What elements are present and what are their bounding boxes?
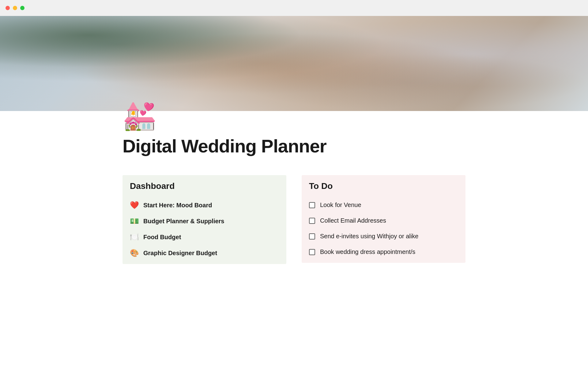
- todo-item-venue: Look for Venue: [309, 197, 458, 213]
- columns-layout: Dashboard ❤️ Start Here: Mood Board 💵 Bu…: [123, 175, 466, 264]
- page-title: Digital Wedding Planner: [123, 136, 466, 157]
- graphic-designer-icon: 🎨: [130, 249, 139, 257]
- todo-label-dress: Book wedding dress appointment/s: [320, 248, 415, 255]
- todo-label-invites: Send e-invites using Withjoy or alike: [320, 233, 418, 240]
- todo-heading: To Do: [309, 181, 458, 191]
- todo-item-dress: Book wedding dress appointment/s: [309, 244, 458, 260]
- dashboard-item-mood-board[interactable]: ❤️ Start Here: Mood Board: [130, 197, 279, 213]
- hero-image: [0, 16, 588, 111]
- budget-planner-icon: 💵: [130, 217, 139, 225]
- dashboard-item-budget-planner[interactable]: 💵 Budget Planner & Suppliers: [130, 213, 279, 229]
- dashboard-item-graphic-designer[interactable]: 🎨 Graphic Designer Budget: [130, 245, 279, 261]
- mood-board-icon: ❤️: [130, 201, 139, 209]
- page-icon: 💒: [123, 102, 466, 129]
- todo-checkbox-venue[interactable]: [309, 202, 315, 208]
- todo-item-invites: Send e-invites using Withjoy or alike: [309, 228, 458, 244]
- todo-checkbox-dress[interactable]: [309, 249, 315, 255]
- todo-section: To Do Look for Venue Collect Email Addre…: [302, 175, 466, 263]
- minimize-button[interactable]: [13, 6, 17, 10]
- food-budget-label: Food Budget: [143, 234, 181, 241]
- graphic-designer-label: Graphic Designer Budget: [143, 250, 217, 257]
- todo-checkbox-emails[interactable]: [309, 218, 315, 224]
- dashboard-section: Dashboard ❤️ Start Here: Mood Board 💵 Bu…: [123, 175, 286, 264]
- close-button[interactable]: [6, 6, 10, 10]
- todo-label-emails: Collect Email Addresses: [320, 217, 386, 224]
- budget-planner-label: Budget Planner & Suppliers: [143, 218, 224, 225]
- mood-board-label: Start Here: Mood Board: [143, 202, 212, 209]
- todo-item-emails: Collect Email Addresses: [309, 213, 458, 228]
- maximize-button[interactable]: [20, 6, 24, 10]
- dashboard-heading: Dashboard: [130, 181, 279, 191]
- food-budget-icon: 🍽️: [130, 233, 139, 241]
- todo-label-venue: Look for Venue: [320, 201, 361, 209]
- todo-checkbox-invites[interactable]: [309, 233, 315, 240]
- dashboard-item-food-budget[interactable]: 🍽️ Food Budget: [130, 229, 279, 245]
- title-bar: [0, 0, 588, 16]
- page-content: 💒 Digital Wedding Planner Dashboard ❤️ S…: [80, 102, 508, 264]
